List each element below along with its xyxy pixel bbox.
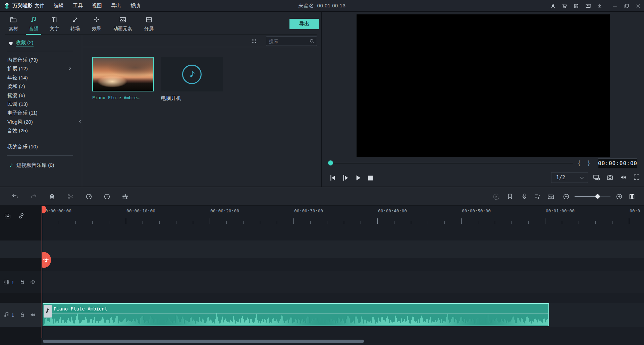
ruler-tick [226, 221, 227, 224]
playhead-handle[interactable] [42, 206, 46, 213]
link-icon[interactable] [18, 212, 25, 220]
account-icon[interactable] [549, 2, 556, 10]
split-scissors-icon[interactable] [67, 193, 74, 200]
collapse-sidebar-icon[interactable] [78, 119, 81, 124]
library-item-audio[interactable] [161, 57, 223, 91]
mail-icon[interactable] [584, 2, 592, 10]
timeline-zoom-slider[interactable] [575, 196, 610, 197]
sidebar-item-favorites[interactable]: 收藏 (2) [8, 39, 34, 48]
sidebar-item-short-video-library[interactable]: 短视频音乐库 (0) [9, 162, 54, 168]
ruler-tick [495, 221, 495, 224]
redo-icon[interactable] [30, 193, 37, 200]
undo-icon[interactable] [11, 193, 19, 200]
search-input[interactable] [269, 37, 309, 45]
marker-icon[interactable] [506, 193, 514, 200]
seekbar-handle[interactable] [328, 160, 333, 165]
timeline-ruler[interactable]: 00:00:00:0000:00:10:0000:00:20:0000:00:3… [0, 206, 644, 225]
volume-icon[interactable] [620, 174, 628, 182]
search-icon[interactable] [309, 38, 315, 44]
speed-icon[interactable] [85, 193, 93, 200]
audio-clip-badge-icon [44, 305, 52, 318]
next-frame-button[interactable] [341, 174, 350, 182]
save-icon[interactable] [573, 2, 580, 10]
previous-frame-button[interactable] [328, 174, 337, 182]
mute-track-speaker-icon[interactable] [30, 312, 36, 318]
maximize-button[interactable] [623, 2, 630, 10]
timeline-horizontal-scrollbar[interactable] [43, 340, 364, 343]
tab-media[interactable]: 素材 [5, 12, 22, 35]
menu-item[interactable]: 工具 [73, 3, 83, 9]
lock-track-icon[interactable] [19, 312, 26, 318]
sidebar-category[interactable]: 扩展 (12) [0, 64, 82, 73]
timeline-zoom-handle[interactable] [595, 194, 600, 199]
delete-icon[interactable] [48, 193, 56, 200]
sidebar-item-my-music[interactable]: 我的音乐 (10) [7, 144, 38, 150]
tab-text[interactable]: 文字 [46, 12, 63, 35]
audio-mixer-icon[interactable] [534, 193, 541, 200]
timeline-toolbar [0, 187, 644, 206]
stop-button[interactable] [366, 174, 375, 182]
toggle-visibility-eye-icon[interactable] [30, 279, 36, 285]
display-settings-icon[interactable] [593, 174, 601, 182]
fit-timeline-icon[interactable] [547, 193, 554, 200]
waveform [44, 313, 548, 325]
sidebar-category[interactable]: 内置音乐 (73) [0, 56, 82, 64]
sidebar-category[interactable]: 年轻 (14) [0, 73, 82, 82]
grid-view-icon[interactable] [251, 38, 257, 44]
tab-audio[interactable]: 音频 [25, 12, 42, 35]
menu-item[interactable]: 文件 [35, 3, 45, 9]
titlebar: 万兴喵影 文件编辑工具视图导出帮助 未命名: 00:01:00:13 [0, 0, 644, 12]
download-icon[interactable] [596, 2, 603, 10]
voiceover-mic-icon[interactable] [521, 193, 528, 200]
fullscreen-icon[interactable] [633, 174, 641, 182]
tab-elements[interactable]: 动画元素 [108, 12, 138, 35]
menu-item[interactable]: 导出 [111, 3, 121, 9]
library-item-thumbnail[interactable] [92, 57, 154, 91]
menu-item[interactable]: 编辑 [54, 3, 64, 9]
zoom-in-icon[interactable] [615, 193, 623, 200]
preview-timecode[interactable]: 00:00:00:00 [598, 158, 637, 168]
sidebar-category[interactable]: 民谣 (13) [0, 100, 82, 109]
cart-icon[interactable] [561, 2, 568, 10]
mark-out-icon[interactable]: } [588, 159, 590, 166]
menu-item[interactable]: 视图 [92, 3, 102, 9]
ruler-timecode-label: 00:00:20:00 [210, 208, 239, 213]
audio-clip[interactable]: Piano Flute Ambient [43, 303, 549, 326]
render-preview-icon[interactable] [492, 193, 500, 200]
tab-effects[interactable]: 效果 [88, 12, 105, 35]
snapshot-camera-icon[interactable] [606, 174, 614, 182]
add-track-icon[interactable] [4, 212, 11, 220]
playhead-line[interactable] [42, 206, 42, 338]
tab-transitions[interactable]: 转场 [66, 12, 84, 35]
ruler-tick [126, 218, 126, 224]
sidebar-category[interactable]: 音效 (25) [0, 126, 82, 135]
menu-item[interactable]: 帮助 [130, 3, 140, 9]
export-button[interactable]: 导出 [289, 19, 319, 29]
lock-track-icon[interactable] [19, 279, 26, 285]
close-button[interactable] [635, 2, 642, 10]
zoom-out-icon[interactable] [562, 193, 570, 200]
sidebar-category[interactable]: 电子音乐 (11) [0, 109, 82, 117]
adjust-sliders-icon[interactable] [121, 193, 129, 200]
library-item-name: Piano Flute Ambie… [92, 95, 140, 100]
ruler-tick [461, 218, 462, 224]
duration-clock-icon[interactable] [103, 193, 111, 200]
minimize-button[interactable] [611, 2, 619, 10]
preview-quality-dropdown[interactable]: 1/2 [551, 172, 588, 183]
ruler-timecode-label: 00:00:30:00 [294, 208, 323, 213]
mark-in-icon[interactable]: { [578, 159, 580, 166]
ruler-tick [377, 218, 378, 224]
divider [7, 51, 73, 51]
tab-splitscreen[interactable]: 分屏 [140, 12, 158, 35]
sidebar-category[interactable]: 柔和 (7) [0, 82, 82, 91]
sidebar-category[interactable]: Vlog风 (20) [0, 118, 82, 126]
project-title: 未命名: 00:01:00:13 [299, 3, 346, 9]
layout-toggle-icon[interactable] [628, 193, 636, 200]
category-list: 内置音乐 (73) 扩展 (12) 年轻 (14) 柔和 (7) [0, 56, 82, 135]
ruler-tick [310, 221, 311, 224]
video-viewport [357, 14, 610, 157]
sidebar-category[interactable]: 摇滚 (6) [0, 91, 82, 100]
play-button[interactable] [354, 174, 362, 182]
preview-seekbar[interactable] [333, 163, 573, 163]
video-track-lane[interactable] [0, 271, 644, 293]
